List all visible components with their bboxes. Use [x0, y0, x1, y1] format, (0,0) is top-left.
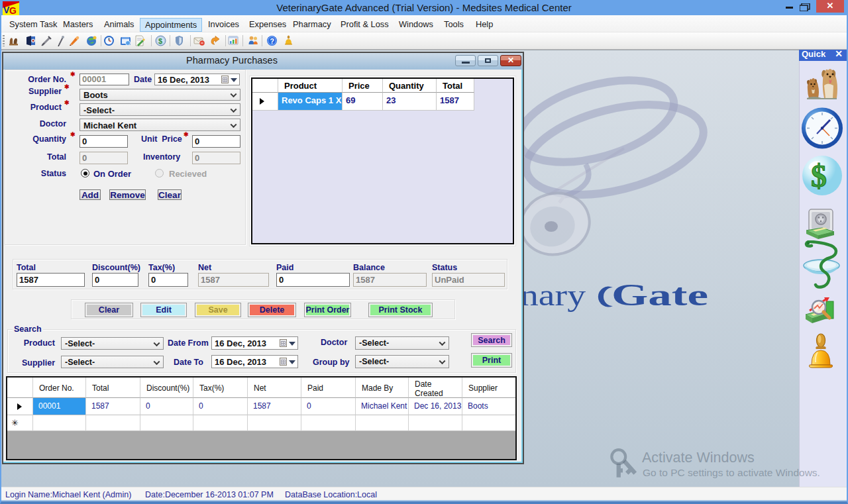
svg-text:G: G — [9, 5, 17, 15]
svg-text:?: ? — [270, 37, 274, 45]
svg-text:Gate: Gate — [611, 279, 708, 312]
svg-text:nary: nary — [520, 279, 586, 312]
svg-text:$: $ — [811, 158, 827, 193]
svg-text:$: $ — [158, 37, 162, 45]
